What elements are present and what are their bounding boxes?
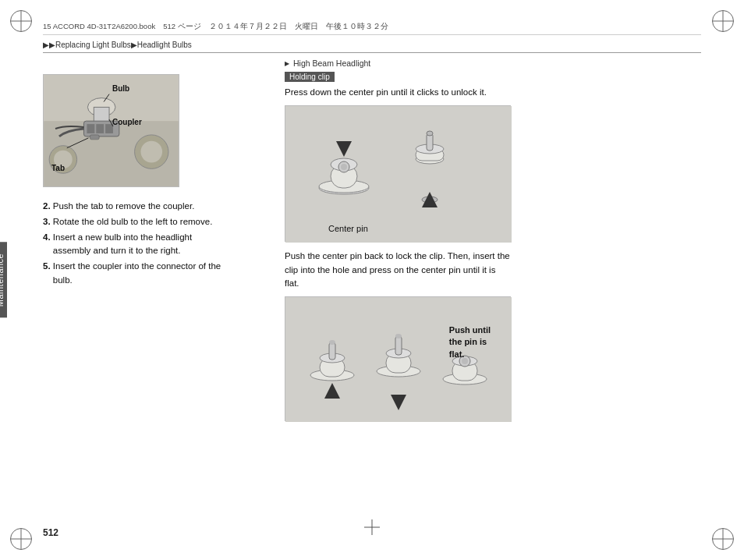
breadcrumb-separator: ▶ — [131, 41, 137, 49]
section-header: High Beam Headlight — [285, 58, 701, 68]
svg-point-28 — [427, 131, 433, 136]
svg-rect-41 — [395, 336, 402, 355]
svg-rect-12 — [90, 135, 99, 140]
label-bulb: Bulb — [112, 84, 129, 93]
instruction-4: 4. Insert a new bulb into the headlight … — [43, 231, 261, 259]
breadcrumb-part2: Headlight Bulbs — [137, 41, 192, 49]
left-panel: Bulb Coupler Tab 2. Push the tab to remo… — [43, 58, 261, 517]
corner-mark-bl — [10, 528, 32, 550]
push-description: Push the center pin back to lock the cli… — [285, 250, 511, 290]
meta-text: 15 ACCORD 4D-31T2A6200.book 512 ページ ２０１４… — [43, 22, 388, 30]
right-panel: High Beam Headlight Holding clip Press d… — [261, 58, 701, 517]
instructions: 2. Push the tab to remove the coupler. 3… — [43, 200, 261, 289]
maintenance-tab: Maintenance — [0, 243, 7, 318]
push-label: Push untilthe pin isflat. — [449, 324, 491, 360]
page-number: 512 — [43, 527, 58, 538]
bulb-coupler-image: Bulb Coupler Tab — [43, 74, 179, 187]
corner-mark-tr — [712, 10, 734, 32]
instruction-5: 5. Insert the coupler into the connector… — [43, 260, 261, 288]
corner-mark-br — [712, 528, 734, 550]
bottom-center-crosshair — [364, 519, 380, 535]
breadcrumb: ▶▶Replacing Light Bulbs▶Headlight Bulbs — [43, 41, 192, 49]
diagram-2: Push untilthe pin isflat. — [285, 296, 511, 421]
label-coupler: Coupler — [112, 118, 142, 126]
clip-description: Press down the center pin until it click… — [285, 86, 701, 99]
svg-rect-10 — [96, 124, 104, 133]
label-tab: Tab — [51, 164, 65, 172]
svg-point-3 — [140, 141, 162, 163]
meta-bar: 15 ACCORD 4D-31T2A6200.book 512 ページ ２０１４… — [43, 22, 701, 35]
holding-clip-badge: Holding clip — [285, 72, 335, 82]
breadcrumb-part1: ▶▶Replacing Light Bulbs — [43, 41, 131, 49]
svg-point-36 — [329, 340, 335, 345]
svg-point-22 — [341, 164, 347, 170]
instruction-2: 2. Push the tab to remove the coupler. — [43, 200, 261, 214]
svg-rect-9 — [87, 124, 94, 133]
corner-mark-tl — [10, 10, 32, 32]
divider-top — [43, 52, 701, 53]
svg-rect-35 — [329, 342, 335, 360]
section-title: High Beam Headlight — [293, 58, 370, 68]
main-content: Bulb Coupler Tab 2. Push the tab to remo… — [43, 58, 701, 517]
svg-rect-16 — [285, 106, 512, 243]
instruction-3: 3. Rotate the old bulb to the left to re… — [43, 215, 261, 229]
svg-point-42 — [395, 334, 402, 338]
center-pin-label: Center pin — [328, 224, 368, 233]
diagram-1: Center pin — [285, 105, 511, 242]
